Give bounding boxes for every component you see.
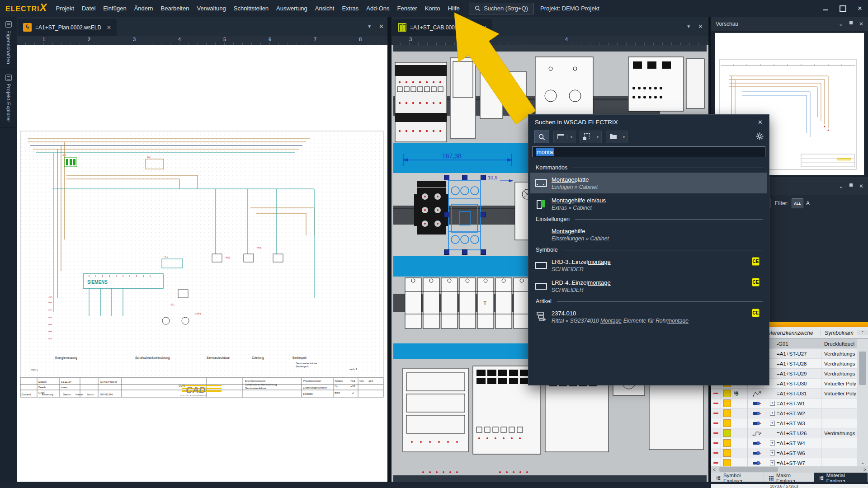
- row-expand[interactable]: [770, 401, 775, 406]
- menu-fenster[interactable]: Fenster: [397, 5, 417, 12]
- row-ref: =A1+ST-W6: [777, 450, 805, 456]
- tab-list-dropdown-icon[interactable]: ▼: [686, 24, 691, 29]
- tab-close-icon[interactable]: ✕: [107, 24, 111, 31]
- schematic-canvas[interactable]: -F1 -Q1: [17, 45, 387, 482]
- row-expand[interactable]: [770, 460, 775, 465]
- search-mode-button[interactable]: [534, 131, 549, 143]
- left-dock-rail: Eigenschaften Projekt-Explorer: [0, 17, 17, 482]
- table-row[interactable]: =A1+ST-W3: [711, 418, 857, 428]
- popup-toolbar: ▾ ▾ ▾: [528, 129, 769, 145]
- global-search-button[interactable]: Suchen (Strg+Q): [469, 3, 534, 14]
- result-lrd4[interactable]: LRD-4..Einzelmontage SCHNEIDER CE: [530, 276, 767, 296]
- rail-tab-projekt-explorer[interactable]: Projekt-Explorer: [0, 70, 17, 128]
- minimize-button[interactable]: [822, 7, 829, 10]
- table-row[interactable]: =A1+ST-W4: [711, 438, 857, 448]
- row-expand[interactable]: [770, 411, 775, 416]
- vertical-scrollbar[interactable]: ⌄: [857, 339, 868, 466]
- result-artikel-2374[interactable]: 2374.010 Rittal » SG2374010 Montage-Elem…: [530, 306, 767, 327]
- symbol-icon: [535, 283, 547, 290]
- right-pane-tabbar: =A1+ST_CAB.0001.wsCAB ✕ ▼ ✕: [392, 17, 708, 36]
- menu-einfuegen[interactable]: Einfügen: [103, 5, 126, 12]
- result-montagehilfe-setting[interactable]: Montagehilfe Einstellungen » Cabinet: [530, 224, 767, 245]
- dropdown-arrow-icon[interactable]: ▾: [620, 135, 627, 139]
- folder-filter-button[interactable]: ▾: [606, 131, 628, 143]
- row-ref: =A1+ST-W3: [777, 421, 805, 426]
- svg-text:T: T: [483, 300, 487, 306]
- close-button[interactable]: ✕: [856, 5, 863, 12]
- menu-schnittstellen[interactable]: Schnittstellen: [234, 5, 269, 12]
- menu-projekt[interactable]: Projekt: [56, 5, 74, 12]
- panel-title: Vorschau: [716, 21, 738, 27]
- column-header-symbol[interactable]: Symbolnam: [821, 330, 857, 336]
- menu-verwaltung[interactable]: Verwaltung: [197, 5, 226, 12]
- dropdown-arrow-icon[interactable]: ▾: [594, 135, 601, 139]
- pane-close-icon[interactable]: ✕: [698, 23, 703, 30]
- result-montagehilfe-einaus[interactable]: Montagehilfe ein/aus Extras » Cabinet: [530, 193, 767, 214]
- result-montageplatte[interactable]: Montageplatte Einfügen » Cabinet: [530, 173, 767, 193]
- schematic-document-tab[interactable]: ϟ =A1+ST_Plan.0002.wsELD ✕: [18, 19, 117, 36]
- scrollbar-thumb[interactable]: [859, 352, 866, 385]
- pin-icon[interactable]: [849, 21, 853, 27]
- row-expand[interactable]: [770, 421, 775, 426]
- menu-auswertung[interactable]: Auswertung: [276, 5, 307, 12]
- table-row[interactable]: =A1+ST-U31 Virtueller Poly: [711, 389, 857, 399]
- tab-close-icon[interactable]: ✕: [482, 24, 487, 31]
- table-row[interactable]: =A1+ST-W2: [711, 408, 857, 418]
- pane-close-icon[interactable]: ✕: [379, 23, 384, 30]
- horizontal-scrollbar[interactable]: < >: [711, 466, 868, 473]
- chevron-down-icon[interactable]: ⌄: [839, 183, 843, 189]
- svg-text:Ort: Ort: [335, 385, 339, 388]
- row-swatch: [723, 429, 731, 437]
- svg-text:+ST: +ST: [350, 385, 356, 388]
- row-expand[interactable]: [770, 441, 775, 446]
- result-lrd3[interactable]: LRD-3..Einzelmontage SCHNEIDER CE: [530, 255, 767, 276]
- properties-icon: [5, 21, 12, 28]
- red-minus-icon: [713, 452, 718, 454]
- menu-bearbeiten[interactable]: Bearbeiten: [161, 5, 189, 12]
- filter-all-button[interactable]: ALL: [792, 198, 803, 208]
- scrollbar-thumb[interactable]: [719, 467, 778, 472]
- pin-icon[interactable]: [849, 183, 853, 189]
- row-expand[interactable]: [770, 450, 775, 455]
- table-row[interactable]: =A1+ST-W7: [711, 458, 857, 466]
- svg-text:Bearb.: Bearb.: [38, 386, 47, 389]
- chevron-down-icon[interactable]: ⌄: [839, 21, 843, 27]
- rail-tab-eigenschaften[interactable]: Eigenschaften: [0, 17, 17, 70]
- menu-hilfe[interactable]: Hilfe: [448, 5, 460, 12]
- svg-text:nach 3: nach 3: [349, 368, 358, 371]
- maximize-button[interactable]: [839, 5, 846, 12]
- table-row[interactable]: =A1+ST-W6: [711, 448, 857, 458]
- symbol-filter-button[interactable]: ▾: [580, 131, 602, 143]
- search-query-input[interactable]: monta: [532, 146, 765, 157]
- menu-ansicht[interactable]: Ansicht: [315, 5, 335, 12]
- search-icon: [475, 5, 481, 11]
- menu-aendern[interactable]: Ändern: [134, 5, 153, 12]
- row-ref: =A1+ST-U27: [777, 351, 807, 357]
- menu-konto[interactable]: Konto: [425, 5, 440, 12]
- menu-datei[interactable]: Datei: [82, 5, 95, 12]
- tab-list-dropdown-icon[interactable]: ▼: [367, 24, 372, 29]
- tree-icon: [819, 475, 824, 481]
- dropdown-arrow-icon[interactable]: ▾: [567, 135, 575, 139]
- scroll-down-icon[interactable]: ⌄: [857, 460, 868, 465]
- panel-close-icon[interactable]: ✕: [859, 21, 863, 27]
- scroll-up-icon[interactable]: ⌃: [857, 330, 868, 335]
- dimension-small: 10,9: [488, 175, 497, 180]
- filter-partial-button[interactable]: A: [806, 200, 810, 206]
- svg-text:-F1: -F1: [62, 154, 66, 157]
- popup-close-icon[interactable]: ✕: [758, 119, 763, 126]
- panel-close-icon[interactable]: ✕: [859, 183, 863, 189]
- scroll-right-icon[interactable]: >: [862, 467, 868, 472]
- row-ref: =A1+ST-W1: [777, 401, 805, 406]
- cabinet-document-tab[interactable]: =A1+ST_CAB.0001.wsCAB ✕: [392, 19, 492, 36]
- table-row[interactable]: =A1+ST-U26 Verdrahtungs: [711, 428, 857, 438]
- row-poly-icon: [752, 390, 762, 397]
- row-swatch: [723, 419, 731, 427]
- settings-gear-icon[interactable]: [756, 132, 764, 142]
- row-ref: =A1+ST-U28: [777, 361, 807, 366]
- window-filter-button[interactable]: ▾: [553, 131, 576, 143]
- table-row[interactable]: =A1+ST-W1: [711, 399, 857, 408]
- menu-addons[interactable]: Add-Ons: [366, 5, 389, 12]
- scroll-left-icon[interactable]: <: [711, 467, 717, 472]
- menu-extras[interactable]: Extras: [342, 5, 359, 12]
